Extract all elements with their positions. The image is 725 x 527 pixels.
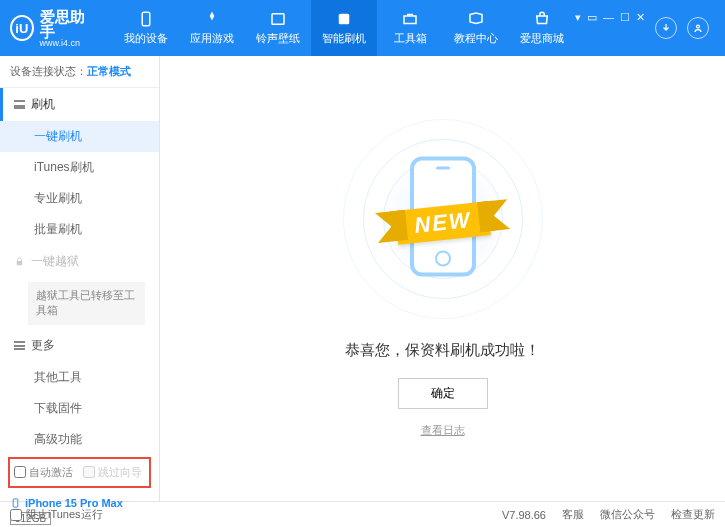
svg-rect-3 [404,16,416,24]
svg-rect-6 [13,499,18,507]
sidebar-section-flash[interactable]: 刷机 [0,88,159,121]
footer-link-support[interactable]: 客服 [562,507,584,522]
logo-icon: iU [10,15,34,41]
checkbox-skip-guide: 跳过向导 [83,465,142,480]
sidebar: 设备连接状态：正常模式 刷机 一键刷机 iTunes刷机 专业刷机 批量刷机 一… [0,56,160,501]
maximize-icon[interactable]: ☐ [620,11,630,24]
sidebar-section-more[interactable]: 更多 [0,329,159,362]
version-label: V7.98.66 [502,509,546,521]
connection-status: 设备连接状态：正常模式 [0,56,159,88]
menu-icon[interactable]: ▾ [575,11,581,24]
main-panel: NEW 恭喜您，保资料刷机成功啦！ 确定 查看日志 [160,56,725,501]
nav-tutorials[interactable]: 教程中心 [443,0,509,56]
nav-toolbox[interactable]: 工具箱 [377,0,443,56]
image-icon [268,10,288,28]
nav-apps-games[interactable]: 应用游戏 [179,0,245,56]
sidebar-item-other-tools[interactable]: 其他工具 [0,362,159,393]
view-log-link[interactable]: 查看日志 [421,423,465,438]
jailbreak-moved-note[interactable]: 越狱工具已转移至工具箱 [28,282,145,325]
footer-link-update[interactable]: 检查更新 [671,507,715,522]
checkbox-block-itunes[interactable]: 阻止iTunes运行 [10,507,103,522]
success-illustration: NEW [343,119,543,319]
shop-icon [532,10,552,28]
checkbox-auto-activate[interactable]: 自动激活 [14,465,73,480]
app-name: 爱思助手 [40,9,93,39]
top-nav: 我的设备 应用游戏 铃声壁纸 智能刷机 工具箱 教程中心 爱思商城 [113,0,575,56]
sidebar-item-download-firmware[interactable]: 下载固件 [0,393,159,424]
book-icon [466,10,486,28]
nav-my-device[interactable]: 我的设备 [113,0,179,56]
app-logo: iU 爱思助手 www.i4.cn [10,9,93,48]
sidebar-item-batch-flash[interactable]: 批量刷机 [0,214,159,245]
sidebar-item-pro-flash[interactable]: 专业刷机 [0,183,159,214]
user-button[interactable] [687,17,709,39]
sidebar-section-jailbreak: 一键越狱 [0,245,159,278]
svg-rect-1 [272,14,284,25]
success-message: 恭喜您，保资料刷机成功啦！ [345,341,540,360]
toolbox-icon [400,10,420,28]
svg-rect-0 [142,12,150,26]
nav-shop[interactable]: 爱思商城 [509,0,575,56]
download-button[interactable] [655,17,677,39]
app-icon [202,10,222,28]
sidebar-item-itunes-flash[interactable]: iTunes刷机 [0,152,159,183]
svg-point-4 [697,25,700,28]
sidebar-item-advanced[interactable]: 高级功能 [0,424,159,455]
close-icon[interactable]: ✕ [636,11,645,24]
nav-ringtone-wallpaper[interactable]: 铃声壁纸 [245,0,311,56]
minimize-icon[interactable]: — [603,11,614,24]
sidebar-item-oneclick-flash[interactable]: 一键刷机 [0,121,159,152]
nav-smart-flash[interactable]: 智能刷机 [311,0,377,56]
flash-icon [334,10,354,28]
lock-icon [14,256,25,267]
svg-rect-2 [339,14,350,25]
list-icon [14,341,25,350]
ok-button[interactable]: 确定 [398,378,488,409]
device-icon [136,10,156,28]
svg-rect-5 [17,261,23,265]
tray-icon[interactable]: ▭ [587,11,597,24]
footer-link-wechat[interactable]: 微信公众号 [600,507,655,522]
titlebar: iU 爱思助手 www.i4.cn 我的设备 应用游戏 铃声壁纸 智能刷机 工具… [0,0,725,56]
title-controls: ▾ ▭ — ☐ ✕ [575,11,715,46]
app-url: www.i4.cn [40,39,93,48]
flash-options: 自动激活 跳过向导 [8,457,151,488]
list-icon [14,100,25,109]
